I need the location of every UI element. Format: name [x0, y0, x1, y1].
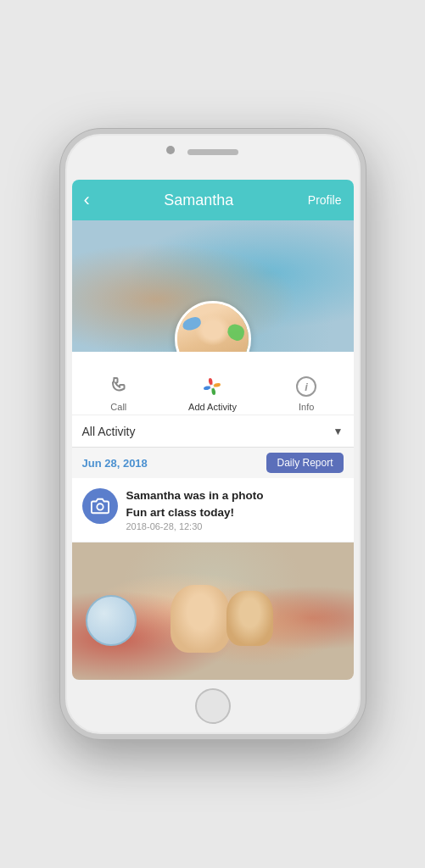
- avatar: [175, 301, 251, 352]
- photo-child-1: [171, 585, 230, 653]
- photo-globe: [86, 595, 137, 646]
- phone-camera: [166, 146, 175, 154]
- camera-icon-circle: [82, 488, 118, 524]
- daily-report-button[interactable]: Daily Report: [266, 453, 343, 473]
- phone-outer: ‹ Samantha Profile: [0, 0, 425, 868]
- phone-speaker: [187, 149, 238, 155]
- photo-inner: [72, 542, 354, 680]
- activity-text: Samantha was in a photo Fun art class to…: [126, 488, 264, 531]
- svg-point-0: [210, 385, 215, 389]
- header-bar: ‹ Samantha Profile: [72, 180, 354, 220]
- info-label: Info: [299, 402, 314, 412]
- profile-button[interactable]: Profile: [308, 193, 342, 207]
- activity-timestamp: 2018-06-28, 12:30: [126, 521, 264, 531]
- info-circle: i: [296, 376, 316, 397]
- call-label: Call: [110, 402, 126, 412]
- pinwheel-icon: [200, 375, 224, 398]
- filter-label: All Activity: [82, 425, 136, 438]
- phone-frame: ‹ Samantha Profile: [60, 129, 366, 739]
- header-title: Samantha: [164, 192, 233, 209]
- date-label: Jun 28, 2018: [82, 457, 148, 470]
- phone-icon: [107, 375, 131, 398]
- photo-child-2: [226, 591, 273, 646]
- filter-arrow-icon: ▼: [333, 426, 344, 437]
- child-face: [177, 303, 249, 352]
- svg-point-1: [97, 504, 103, 509]
- home-button[interactable]: [195, 688, 231, 724]
- add-activity-button[interactable]: Add Activity: [187, 375, 238, 412]
- filter-row[interactable]: All Activity ▼: [72, 415, 354, 448]
- date-row: Jun 28, 2018 Daily Report: [72, 448, 354, 478]
- activity-entry: Samantha was in a photo Fun art class to…: [72, 478, 354, 542]
- add-activity-label: Add Activity: [188, 402, 237, 412]
- paint-green: [226, 322, 247, 342]
- activity-title-line2: Fun art class today!: [126, 505, 264, 520]
- photo-preview: [72, 542, 354, 680]
- activity-title-line1: Samantha was in a photo: [126, 488, 264, 504]
- info-button[interactable]: i Info: [281, 375, 332, 412]
- action-row: Call Add Activity: [72, 352, 354, 415]
- paint-blue: [182, 315, 203, 331]
- phone-screen: ‹ Samantha Profile: [72, 180, 354, 680]
- call-button[interactable]: Call: [93, 375, 144, 412]
- hero-image: [72, 220, 354, 352]
- info-icon: i: [294, 375, 318, 398]
- back-button[interactable]: ‹: [84, 191, 90, 209]
